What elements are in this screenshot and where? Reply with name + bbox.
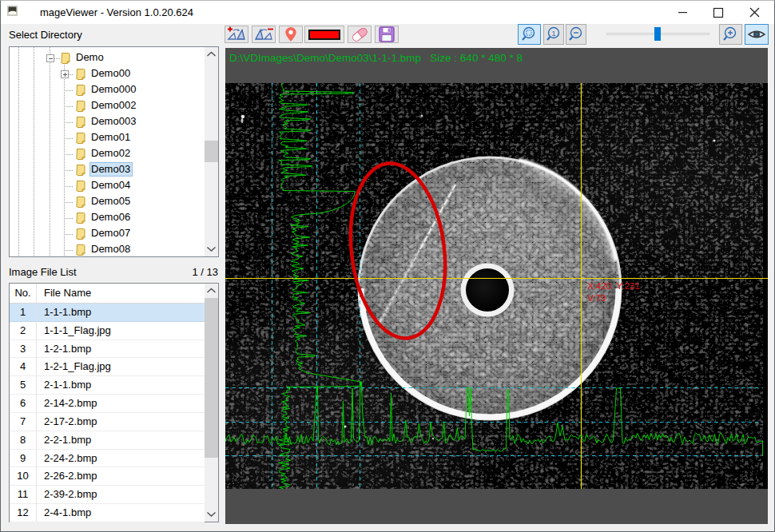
svg-text:X:420 Y:231: X:420 Y:231 — [587, 281, 640, 291]
svg-text:1: 1 — [551, 30, 555, 38]
svg-text:V:79: V:79 — [587, 293, 606, 303]
